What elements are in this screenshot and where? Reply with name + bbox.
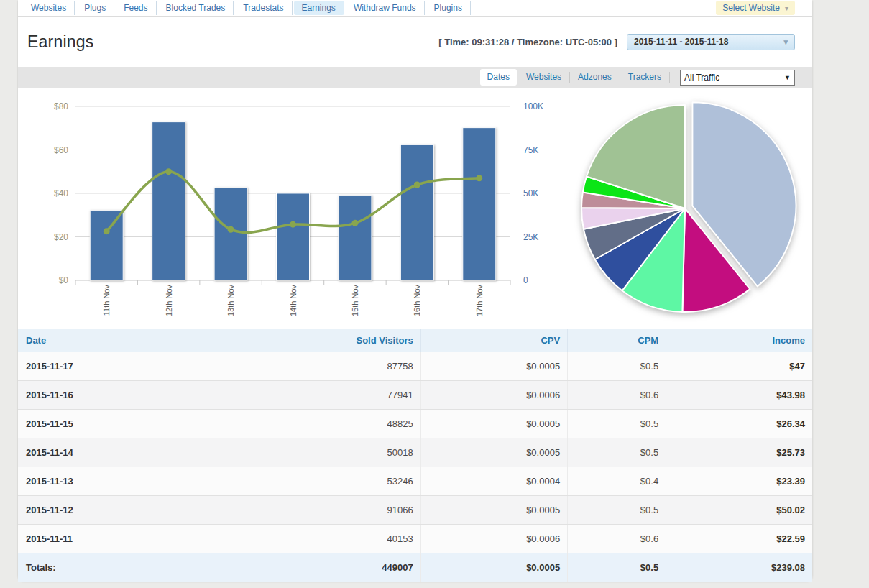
cell-sold-visitors: 77941 [201,381,420,410]
cell-date: 2015-11-15 [18,410,201,438]
table-row: 2015-11-1291066$0.0005$0.5$50.02 [18,496,812,525]
nav-item-earnings[interactable]: Earnings [294,1,344,15]
bar-sold-visitors[interactable] [214,188,247,280]
table-row: 2015-11-1548825$0.0005$0.5$26.34 [18,410,812,438]
column-header-income[interactable]: Income [666,329,812,352]
income-line-marker[interactable] [228,226,234,233]
left-axis-tick-label: $0 [59,275,69,285]
date-range-dropdown[interactable]: 2015-11-11 - 2015-11-18 ▾ [627,34,795,50]
page-header: Earnings [ Time: 09:31:28 / Timezone: UT… [18,17,812,67]
cell-cpm: $0.4 [568,467,666,496]
cell-date: 2015-11-14 [18,438,201,467]
cell-cpv: $0.0006 [420,381,567,410]
column-header-cpm[interactable]: CPM [568,329,666,352]
totals-cell-income: $239.08 [666,553,812,582]
x-axis-category-label: 14th Nov [289,285,298,317]
nav-items: WebsitesPlugsFeedsBlocked TradesTradesta… [22,0,472,16]
chevron-down-icon: ▾ [783,37,788,47]
column-header-cpv[interactable]: CPV [420,329,567,352]
right-axis-tick-label: 75K [523,145,538,155]
column-header-date[interactable]: Date [18,329,201,352]
left-axis-tick-label: $40 [54,188,68,198]
tab-trackers[interactable]: Trackers [621,69,668,86]
x-axis-category-label: 11th Nov [102,285,111,316]
cell-cpm: $0.5 [568,410,666,438]
cell-date: 2015-11-12 [18,496,201,525]
income-line-marker[interactable] [165,168,172,175]
nav-item-withdraw-funds[interactable]: Withdraw Funds [346,1,425,15]
page-title: Earnings [27,32,93,52]
right-axis-tick-label: 25K [523,232,538,242]
page: WebsitesPlugsFeedsBlocked TradesTradesta… [0,0,869,588]
charts-panel: $00$2025K$4050K$6075K$80100K11th Nov12th… [18,88,812,329]
table-header: DateSold VisitorsCPVCPMIncome [18,329,812,352]
earnings-table: DateSold VisitorsCPVCPMIncome 2015-11-17… [18,329,812,582]
cell-date: 2015-11-17 [18,352,201,381]
column-header-sold-visitors[interactable]: Sold Visitors [201,329,420,352]
table-row: 2015-11-1353246$0.0004$0.4$23.39 [18,467,812,496]
select-website-dropdown[interactable]: Select Website ▾ [716,1,795,15]
totals-cell-cpv: $0.0005 [420,553,567,582]
cell-cpv: $0.0005 [420,438,567,467]
x-axis-category-label: 12th Nov [165,285,173,317]
cell-cpv: $0.0005 [420,410,567,438]
tab-divider [569,72,570,83]
cell-cpm: $0.5 [568,352,666,381]
left-axis-tick-label: $20 [54,232,68,242]
report-tabs: DatesWebsitesAdzonesTrackers [480,69,671,86]
left-axis-tick-label: $80 [54,101,68,111]
cell-cpv: $0.0004 [420,467,567,496]
select-caret-icon: ▼ [784,74,791,81]
table-row: 2015-11-1140153$0.0006$0.6$22.59 [18,525,812,553]
income-line-marker[interactable] [351,220,358,226]
cell-cpv: $0.0005 [420,352,567,381]
x-axis-category-label: 16th Nov [413,285,421,317]
report-tabstrip: DatesWebsitesAdzonesTrackers All Traffic… [18,67,812,88]
income-line-marker[interactable] [290,221,296,228]
cell-income: $43.98 [666,381,812,410]
nav-item-blocked-trades[interactable]: Blocked Trades [158,1,234,15]
income-line-marker[interactable] [104,228,110,234]
traffic-filter-select[interactable]: All Traffic ▼ [680,70,795,86]
table-row: 2015-11-1787758$0.0005$0.5$47 [18,352,812,381]
cell-income: $22.59 [666,525,812,553]
cell-sold-visitors: 53246 [201,467,420,496]
bar-sold-visitors[interactable] [90,211,123,280]
x-axis-category-label: 15th Nov [351,285,359,317]
chevron-down-icon: ▾ [785,4,788,12]
content-card: WebsitesPlugsFeedsBlocked TradesTradesta… [18,0,812,581]
income-line-marker[interactable] [414,181,420,188]
cell-sold-visitors: 87758 [201,352,420,381]
cell-cpv: $0.0005 [420,496,567,525]
income-line-marker[interactable] [476,175,482,181]
cell-income: $25.73 [666,438,812,467]
bar-sold-visitors[interactable] [400,144,433,280]
nav-item-plugs[interactable]: Plugs [76,1,114,15]
left-axis-tick-label: $60 [54,145,68,155]
nav-item-plugins[interactable]: Plugins [426,1,471,15]
cell-date: 2015-11-13 [18,467,201,496]
table-row: 2015-11-1677941$0.0006$0.6$43.98 [18,381,812,410]
nav-item-websites[interactable]: Websites [23,1,75,15]
bar-sold-visitors[interactable] [277,193,310,280]
traffic-share-pie-chart [566,89,810,329]
right-axis-tick-label: 50K [523,188,538,198]
tab-websites[interactable]: Websites [519,69,569,86]
totals-cell-date: Totals: [18,553,201,582]
tab-dates[interactable]: Dates [480,69,517,86]
x-axis-category-label: 17th Nov [475,285,484,317]
tab-divider [620,72,620,83]
bar-sold-visitors[interactable] [463,128,496,280]
bar-sold-visitors[interactable] [152,122,185,280]
nav-item-tradestats[interactable]: Tradestats [235,1,292,15]
cell-date: 2015-11-11 [18,525,201,553]
totals-cell-cpm: $0.5 [568,553,666,582]
top-navigation: WebsitesPlugsFeedsBlocked TradesTradesta… [18,0,812,17]
totals-cell-sold-visitors: 449007 [201,553,420,582]
select-website-label: Select Website [722,3,780,13]
bar-sold-visitors[interactable] [339,196,372,280]
cell-income: $50.02 [666,496,812,525]
cell-sold-visitors: 48825 [201,410,420,438]
tab-adzones[interactable]: Adzones [571,69,619,86]
nav-item-feeds[interactable]: Feeds [116,1,156,15]
